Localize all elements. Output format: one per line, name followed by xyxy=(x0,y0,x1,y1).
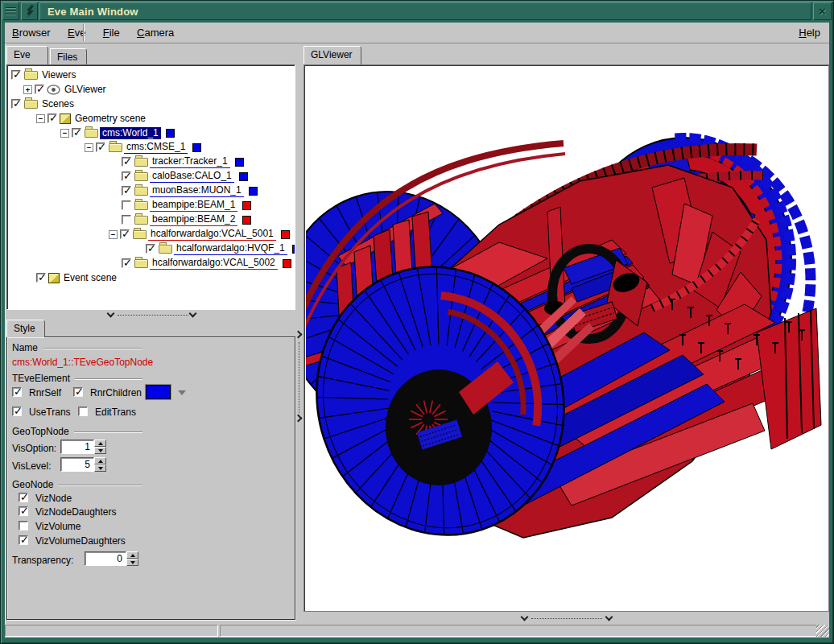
tree-checkbox[interactable] xyxy=(122,157,131,167)
color-dropdown-arrow-icon[interactable] xyxy=(178,390,186,395)
window-menu-button[interactable] xyxy=(2,2,19,20)
tree-item-label[interactable]: hcalforwardalgo:VCAL_5002 xyxy=(150,257,278,270)
tree-item-label[interactable]: GLViewer xyxy=(62,84,109,96)
vizvolumedaughters-checkbox[interactable] xyxy=(19,535,28,545)
titlebar[interactable]: Eve Main Window xyxy=(39,2,811,20)
tree-item[interactable]: −cms:CMSE_1 xyxy=(7,140,295,155)
expand-icon[interactable]: + xyxy=(23,85,32,94)
vislevel-spinner[interactable] xyxy=(94,457,106,472)
vislevel-label: VisLevel: xyxy=(12,460,51,472)
color-chip[interactable] xyxy=(281,230,290,239)
edittrans-label: EditTrans xyxy=(95,407,136,418)
tree-checkbox[interactable] xyxy=(146,244,155,254)
tree-item-label[interactable]: hcalforwardalgo:VCAL_5001 xyxy=(148,228,276,241)
vizvolume-checkbox[interactable] xyxy=(19,521,28,530)
collapse-icon[interactable]: − xyxy=(85,143,93,152)
visoption-input[interactable] xyxy=(60,440,94,454)
tree-item[interactable]: hcalforwardalgo:HVQF_1 xyxy=(7,242,295,256)
color-chip[interactable] xyxy=(242,216,251,225)
tree-checkbox[interactable] xyxy=(36,273,46,283)
tree-item[interactable]: hcalforwardalgo:VCAL_5002 xyxy=(7,256,295,270)
window-body: Browser Eve File Camera Help Eve Files G… xyxy=(5,23,829,638)
color-chip[interactable] xyxy=(166,129,175,138)
tree-item[interactable]: caloBase:CALO_1 xyxy=(7,169,295,184)
tree-item[interactable]: Viewers xyxy=(7,68,295,82)
tree-checkbox[interactable] xyxy=(122,258,131,268)
tree-checkbox[interactable] xyxy=(122,215,131,225)
tree-splitter[interactable] xyxy=(6,310,295,320)
tree-item-label[interactable]: Geometry scene xyxy=(72,113,148,125)
menu-file[interactable]: File xyxy=(96,23,127,42)
tree-item[interactable]: −Geometry scene xyxy=(7,111,295,126)
gl-viewport[interactable] xyxy=(303,64,829,612)
tree-item[interactable]: tracker:Tracker_1 xyxy=(7,155,295,169)
visoption-spinner[interactable] xyxy=(94,440,106,454)
viznodedaughters-checkbox[interactable] xyxy=(19,506,28,516)
tree-item-label[interactable]: cms:World_1 xyxy=(100,127,161,139)
tree-checkbox[interactable] xyxy=(122,200,131,210)
color-chip[interactable] xyxy=(235,158,244,167)
tree-item[interactable]: +GLViewer xyxy=(7,82,295,97)
menu-camera[interactable]: Camera xyxy=(130,23,181,42)
resize-grip[interactable] xyxy=(816,625,829,637)
glviewer-splitter[interactable] xyxy=(303,613,829,623)
tab-style[interactable]: Style xyxy=(6,320,45,337)
tree-checkbox[interactable] xyxy=(122,186,131,196)
transparency-input[interactable] xyxy=(85,551,126,566)
tree-item[interactable]: beampipe:BEAM_1 xyxy=(7,198,295,213)
color-chip[interactable] xyxy=(192,143,201,152)
tree-item[interactable]: beampipe:BEAM_2 xyxy=(7,213,295,227)
menu-browser[interactable]: Browser xyxy=(5,23,58,42)
tree-checkbox[interactable] xyxy=(47,114,57,123)
menu-separator xyxy=(83,24,85,41)
tab-eve[interactable]: Eve xyxy=(6,46,48,64)
tree-checkbox[interactable] xyxy=(96,142,105,152)
tab-glviewer[interactable]: GLViewer xyxy=(303,46,361,64)
teveelement-group-label: TEveElement xyxy=(12,373,70,384)
folder-icon xyxy=(24,100,38,109)
tree-item[interactable]: Scenes xyxy=(7,97,295,111)
tab-files[interactable]: Files xyxy=(50,48,87,64)
collapse-icon[interactable]: − xyxy=(109,230,118,239)
color-chip[interactable] xyxy=(239,172,248,181)
close-button[interactable]: ✕ xyxy=(813,2,832,20)
tree-item-label[interactable]: Event scene xyxy=(61,272,119,284)
tree-item-label[interactable]: caloBase:CALO_1 xyxy=(150,170,234,183)
usetrans-checkbox[interactable] xyxy=(12,407,22,416)
panel-splitter[interactable] xyxy=(295,64,303,620)
tree-item-label[interactable]: beampipe:BEAM_2 xyxy=(150,213,237,226)
splitter-arrow-icon xyxy=(295,415,303,423)
transparency-spinner[interactable] xyxy=(126,551,138,566)
tree-checkbox[interactable] xyxy=(11,99,21,109)
tree-view[interactable]: Viewers+GLViewerScenes−Geometry scene−cm… xyxy=(6,64,295,310)
tree-item-label[interactable]: cms:CMSE_1 xyxy=(124,141,188,154)
tree-checkbox[interactable] xyxy=(11,70,21,80)
menu-eve[interactable]: Eve xyxy=(60,23,93,42)
vislevel-input[interactable] xyxy=(60,457,94,472)
edittrans-checkbox[interactable] xyxy=(78,407,88,416)
tree-item-label[interactable]: muonBase:MUON_1 xyxy=(150,184,244,197)
tree-checkbox[interactable] xyxy=(120,229,130,239)
tree-item[interactable]: −hcalforwardalgo:VCAL_5001 xyxy=(7,227,295,242)
tree-item-label[interactable]: hcalforwardalgo:HVQF_1 xyxy=(174,242,287,255)
color-swatch-button[interactable] xyxy=(146,385,171,399)
color-chip[interactable] xyxy=(283,259,291,268)
viznode-checkbox[interactable] xyxy=(19,493,28,502)
rnrself-checkbox[interactable] xyxy=(12,387,22,397)
tree-item-label[interactable]: Viewers xyxy=(39,69,78,81)
tree-item[interactable]: −cms:World_1 xyxy=(7,126,295,140)
tree-item[interactable]: muonBase:MUON_1 xyxy=(7,184,295,198)
tree-checkbox[interactable] xyxy=(122,171,131,181)
tree-item-label[interactable]: beampipe:BEAM_1 xyxy=(150,199,237,212)
rnrchildren-checkbox[interactable] xyxy=(73,387,83,397)
tree-item-label[interactable]: tracker:Tracker_1 xyxy=(150,155,230,168)
collapse-icon[interactable]: − xyxy=(60,129,69,138)
tree-item-label[interactable]: Scenes xyxy=(39,98,76,110)
tree-item[interactable]: Event scene xyxy=(7,270,295,285)
menu-help[interactable]: Help xyxy=(791,23,828,42)
collapse-icon[interactable]: − xyxy=(36,114,45,123)
tree-checkbox[interactable] xyxy=(35,85,44,94)
color-chip[interactable] xyxy=(249,187,258,196)
color-chip[interactable] xyxy=(242,201,251,210)
tree-checkbox[interactable] xyxy=(72,128,81,138)
